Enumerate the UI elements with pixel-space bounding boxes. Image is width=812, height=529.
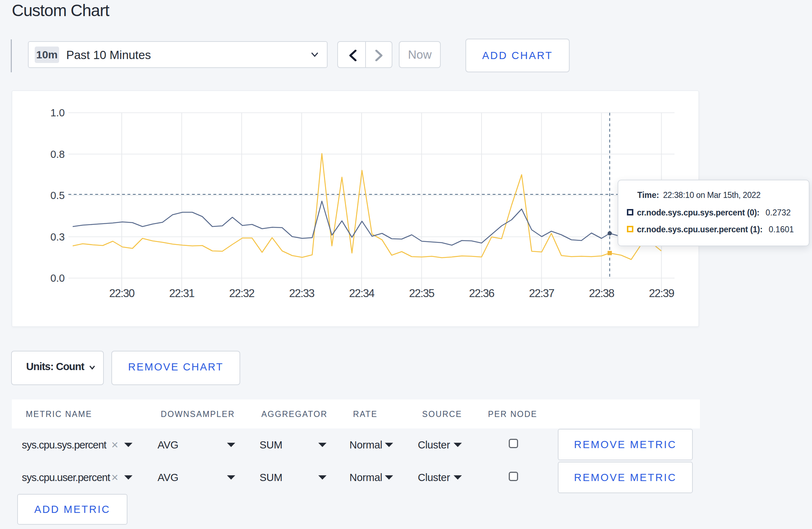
svg-text:22:33: 22:33 xyxy=(289,287,314,300)
svg-text:22:39: 22:39 xyxy=(649,287,674,300)
svg-text:22:31: 22:31 xyxy=(169,287,194,300)
svg-text:22:32: 22:32 xyxy=(229,287,254,300)
svg-text:22:36: 22:36 xyxy=(469,287,494,300)
svg-text:22:35: 22:35 xyxy=(409,287,434,300)
svg-text:0.0: 0.0 xyxy=(50,272,65,284)
svg-text:22:37: 22:37 xyxy=(529,287,554,300)
svg-text:0.3: 0.3 xyxy=(50,231,65,243)
svg-text:0.8: 0.8 xyxy=(50,149,65,160)
svg-text:22:38: 22:38 xyxy=(589,287,614,300)
svg-text:1.0: 1.0 xyxy=(50,107,65,118)
svg-text:22:30: 22:30 xyxy=(109,287,135,300)
svg-text:22:34: 22:34 xyxy=(349,287,374,300)
svg-text:0.5: 0.5 xyxy=(50,190,65,201)
